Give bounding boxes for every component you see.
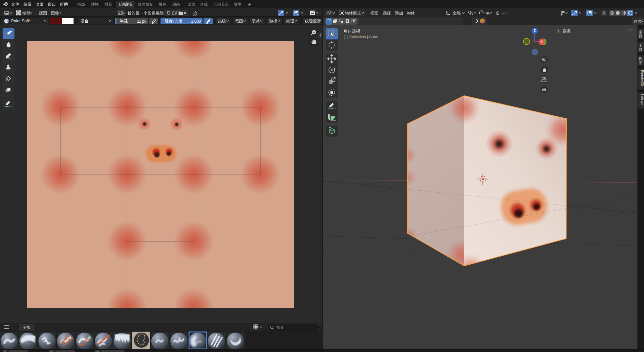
- svg-text:Z: Z: [534, 29, 536, 33]
- svg-text:X: X: [541, 40, 543, 44]
- svg-text:BlenderKit: BlenderKit: [640, 70, 644, 86]
- svg-text:Lehuye: Lehuye: [640, 94, 644, 106]
